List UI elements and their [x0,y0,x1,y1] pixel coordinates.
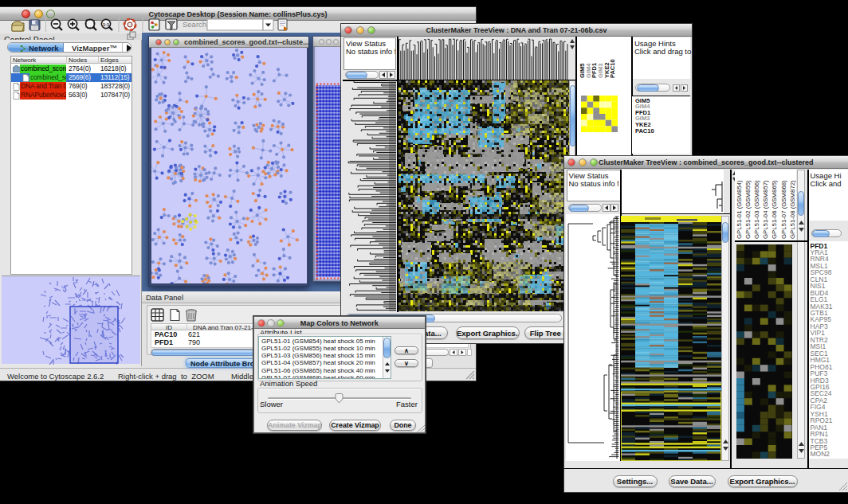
svg-text:GPL51-06 (GSM865): GPL51-06 (GSM865) [771,180,778,239]
svg-text:GPL51-02 (GSM855): GPL51-02 (GSM855) [744,180,752,239]
svg-text:1:1: 1:1 [103,22,109,27]
svg-text:GPL51-07 (GSM868): GPL51-07 (GSM868) [780,180,787,239]
svg-text:GPL51-04 (GSM857): GPL51-04 (GSM857) [762,180,769,239]
svg-text:Search:: Search: [183,20,209,29]
svg-text:PAC10: PAC10 [609,59,616,78]
svg-text:GPL51-08 (GSM872): GPL51-08 (GSM872) [789,180,796,239]
svg-text:GPL51-03 (GSM856): GPL51-03 (GSM856) [753,180,760,239]
svg-text:GPL51-01 (GSM854): GPL51-01 (GSM854) [736,180,743,239]
